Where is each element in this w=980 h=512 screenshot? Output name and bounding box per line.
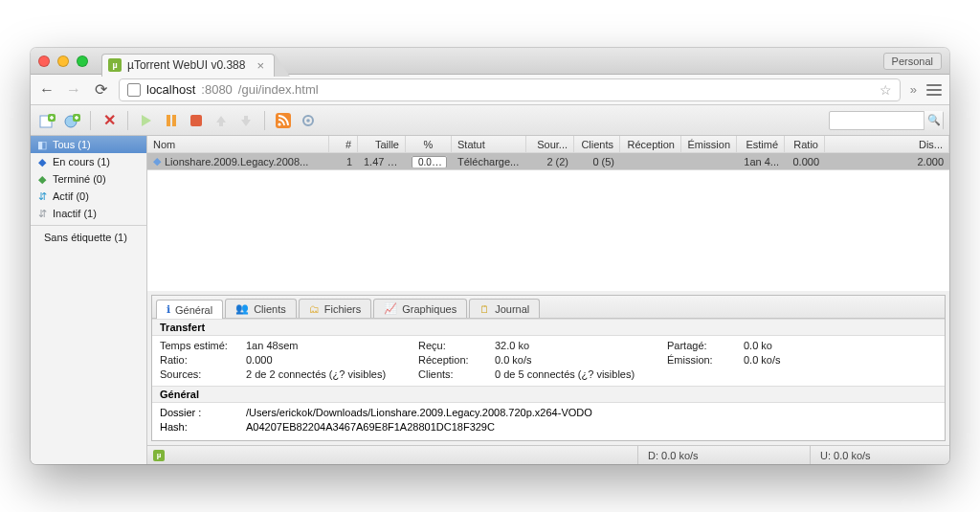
inactive-icon: ⇵: [36, 208, 48, 219]
completed-icon: ◆: [36, 173, 48, 185]
address-bar[interactable]: localhost:8080/gui/index.html ☆: [119, 78, 901, 101]
row-pct: 0.0%: [412, 156, 447, 167]
details-pane: ℹGénéral 👥Clients 🗂Fichiers 📈Graphiques …: [151, 295, 946, 441]
tab-clients[interactable]: 👥Clients: [225, 299, 297, 318]
bookmark-star-icon[interactable]: ☆: [880, 82, 892, 98]
stop-button[interactable]: [186, 110, 207, 131]
clients-label: Clients:: [418, 368, 495, 380]
sidebar-item-all[interactable]: ◧ Tous (1): [31, 136, 146, 153]
col-emission[interactable]: Émission: [681, 136, 737, 152]
zoom-window-button[interactable]: [77, 56, 88, 67]
pause-button[interactable]: [161, 110, 182, 131]
minimize-window-button[interactable]: [57, 56, 69, 67]
forward-button[interactable]: →: [65, 81, 82, 99]
col-sources[interactable]: Sour...: [526, 136, 574, 152]
profile-badge[interactable]: Personal: [883, 53, 942, 70]
row-sources: 2 (2): [526, 156, 574, 167]
start-button[interactable]: [136, 110, 157, 131]
new-tab-button[interactable]: [275, 54, 290, 77]
torrent-table-body[interactable]: [147, 170, 949, 291]
tab-journal[interactable]: 🗒Journal: [469, 299, 540, 318]
tab-label: Journal: [495, 303, 529, 315]
close-window-button[interactable]: [38, 56, 50, 67]
shared-label: Partagé:: [667, 340, 744, 351]
move-down-button[interactable]: [235, 110, 256, 131]
menu-icon[interactable]: [926, 84, 942, 96]
sidebar-item-active[interactable]: ⇵ Actif (0): [31, 188, 146, 205]
app-toolbar: ✕ 🔍: [31, 105, 949, 136]
overflow-icon[interactable]: »: [910, 82, 917, 97]
col-num[interactable]: #: [329, 136, 358, 152]
settings-button[interactable]: [298, 110, 319, 131]
shared-value: 0.0 ko: [744, 340, 858, 351]
sidebar-item-completed[interactable]: ◆ Terminé (0): [31, 170, 146, 188]
hash-value: A04207EB82204A3467A69E8F1A28801DC18F329C: [246, 421, 937, 433]
col-size[interactable]: Taille: [358, 136, 406, 152]
close-tab-icon[interactable]: ×: [256, 58, 264, 73]
all-icon: ◧: [36, 139, 48, 150]
sidebar-item-label: Sans étiquette (1): [44, 232, 127, 243]
sidebar: ◧ Tous (1) ◆ En cours (1) ◆ Terminé (0) …: [31, 136, 147, 464]
folder-label: Dossier :: [160, 407, 246, 418]
col-ratio[interactable]: Ratio: [785, 136, 825, 152]
emission-label: Émission:: [667, 354, 744, 366]
back-button[interactable]: ←: [38, 81, 56, 99]
col-avail[interactable]: Dis...: [825, 136, 949, 152]
rss-button[interactable]: [273, 110, 294, 131]
sidebar-item-label: Terminé (0): [53, 173, 106, 185]
row-num: 1: [329, 156, 358, 167]
row-avail: 2.000: [825, 156, 949, 167]
col-reception[interactable]: Réception: [620, 136, 681, 152]
hash-label: Hash:: [160, 421, 246, 433]
reload-button[interactable]: ⟳: [92, 80, 109, 99]
tab-graphs[interactable]: 📈Graphiques: [373, 299, 467, 318]
svg-point-10: [306, 119, 310, 122]
status-download: D: 0.0 ko/s: [637, 446, 810, 464]
tab-label: Clients: [254, 303, 286, 315]
sidebar-item-no-label[interactable]: Sans étiquette (1): [31, 229, 146, 246]
row-pct-cell: 0.0%: [406, 156, 452, 167]
window-controls: [38, 56, 88, 67]
reception-label: Réception:: [418, 354, 495, 366]
files-icon: 🗂: [309, 303, 320, 315]
titlebar: µ µTorrent WebUI v0.388 × Personal: [31, 48, 949, 75]
clients-value: 0 de 5 connectés (¿? visibles): [495, 368, 858, 380]
svg-rect-6: [190, 115, 202, 126]
add-torrent-url-button[interactable]: [61, 110, 82, 131]
row-clients: 0 (5): [574, 156, 620, 167]
torrent-row[interactable]: ◆ Lionshare.2009.Legacy.2008... 1 1.47 G…: [147, 153, 949, 170]
col-clients[interactable]: Clients: [574, 136, 620, 152]
col-eta[interactable]: Estimé: [737, 136, 785, 152]
status-upload: U: 0.0 ko/s: [810, 446, 944, 464]
sources-value: 2 de 2 connectés (¿? visibles): [246, 368, 418, 380]
sidebar-item-downloading[interactable]: ◆ En cours (1): [31, 153, 146, 170]
search-box[interactable]: 🔍: [829, 111, 944, 130]
url-path: /gui/index.html: [238, 82, 319, 97]
section-general: Général: [152, 386, 945, 403]
url-port: :8080: [201, 82, 233, 97]
move-up-button[interactable]: [211, 110, 232, 131]
active-icon: ⇵: [36, 190, 48, 202]
sidebar-item-inactive[interactable]: ⇵ Inactif (1): [31, 205, 146, 222]
row-ratio: 0.000: [785, 156, 825, 167]
search-icon[interactable]: 🔍: [924, 111, 943, 130]
tab-label: Fichiers: [324, 303, 362, 315]
tab-label: Général: [175, 304, 212, 316]
browser-tab[interactable]: µ µTorrent WebUI v0.388 ×: [101, 54, 275, 77]
tab-label: Graphiques: [402, 303, 457, 315]
url-host: localhost: [146, 82, 195, 97]
col-status[interactable]: Statut: [452, 136, 526, 152]
tab-general[interactable]: ℹGénéral: [156, 300, 223, 319]
col-name[interactable]: Nom: [147, 136, 329, 152]
svg-rect-4: [167, 115, 170, 126]
tab-files[interactable]: 🗂Fichiers: [299, 299, 372, 318]
row-eta: 1an 4...: [737, 156, 785, 167]
col-percent[interactable]: %: [406, 136, 452, 152]
torrent-table-header[interactable]: Nom # Taille % Statut Sour... Clients Ré…: [147, 136, 949, 153]
add-torrent-file-button[interactable]: [36, 110, 57, 131]
page-icon: [127, 83, 141, 97]
remove-button[interactable]: ✕: [99, 110, 120, 131]
sidebar-item-label: Actif (0): [53, 190, 89, 202]
torrent-status-icon: ◆: [153, 155, 161, 167]
row-status: Télécharge...: [452, 156, 526, 167]
